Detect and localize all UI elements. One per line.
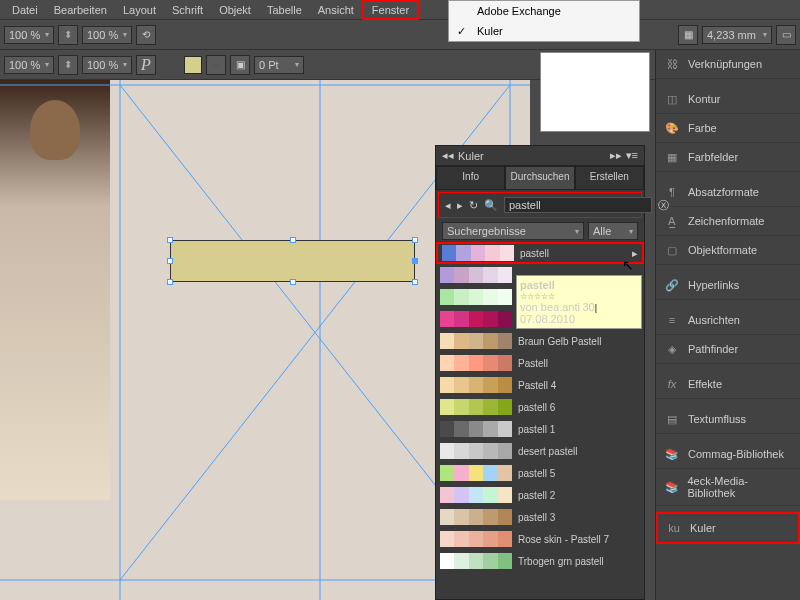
panel-ausrichten[interactable]: ≡Ausrichten [656,306,800,335]
kuler-theme-row[interactable]: desert pastell [436,440,644,462]
kuler-tooltip: pastell ☆☆☆☆☆ von bea.anti 30| 07.08.201… [516,275,642,329]
kuler-theme-row[interactable]: pastell 6 [436,396,644,418]
theme-name: Trbogen grn pastell [518,556,604,567]
theme-swatches [440,377,512,393]
clear-icon[interactable]: ⓧ [658,198,669,213]
link-icon[interactable]: ⬍ [58,55,78,75]
theme-swatches [440,553,512,569]
rating-stars: ☆☆☆☆☆ [520,292,555,301]
search-icon: 🔍 [484,199,498,212]
menu-icon[interactable]: ▾≡ [626,149,638,162]
link-icon[interactable]: ⬍ [58,25,78,45]
zoom-x2[interactable]: 100 % [4,56,54,74]
zoom-x[interactable]: 100 % [4,26,54,44]
panel-eckmediabibliothek[interactable]: 📚4eck-Media-Bibliothek [656,469,800,506]
menu-layout[interactable]: Layout [115,2,164,18]
dropdown-item[interactable]: Kuler [449,21,639,41]
filter-all[interactable]: Alle [588,222,638,240]
panel-effekte[interactable]: fxEffekte [656,370,800,399]
menu-ansicht[interactable]: Ansicht [310,2,362,18]
dropdown-item[interactable]: Adobe Exchange [449,1,639,21]
selected-frame[interactable] [170,240,415,282]
search-input[interactable] [504,197,652,213]
tab-info[interactable]: Info [436,166,505,190]
refresh-icon[interactable]: ↻ [469,199,478,212]
kuler-theme-row[interactable]: pastell 2 [436,484,644,506]
theme-swatches [440,443,512,459]
menu-bearbeiten[interactable]: Bearbeiten [46,2,115,18]
tool-icon[interactable]: ▭ [776,25,796,45]
zoom-y[interactable]: 100 % [82,26,132,44]
pt-field[interactable]: 0 Pt [254,56,304,74]
theme-name: desert pastell [518,446,577,457]
fill-swatch[interactable] [184,56,202,74]
panel-farbfelder[interactable]: ▦Farbfelder [656,143,800,172]
theme-swatches [440,267,512,283]
align-icon: ≡ [664,312,680,328]
prev-icon[interactable]: ◂ [445,199,451,212]
panel-pathfinder[interactable]: ◈Pathfinder [656,335,800,364]
theme-name: Rose skin - Pastell 7 [518,534,609,545]
theme-name: Pastell [518,358,548,369]
menubar: DateiBearbeitenLayoutSchriftObjektTabell… [0,0,800,20]
grid-icon[interactable]: ▦ [678,25,698,45]
kuler-theme-row[interactable]: pastell 1 [436,418,644,440]
menu-tabelle[interactable]: Tabelle [259,2,310,18]
theme-name: pastell 1 [518,424,555,435]
panel-textumfluss[interactable]: ▤Textumfluss [656,405,800,434]
panel-kontur[interactable]: ◫Kontur [656,85,800,114]
hyper-icon: 🔗 [664,277,680,293]
theme-menu-icon[interactable]: ▸ [632,247,638,260]
menu-objekt[interactable]: Objekt [211,2,259,18]
kuler-theme-row[interactable]: Pastell 4 [436,374,644,396]
kuler-theme-row[interactable]: pastell 3 [436,506,644,528]
lib-icon: 📚 [664,446,680,462]
kuler-theme-row[interactable]: Rose skin - Pastell 7 [436,528,644,550]
theme-swatches [442,245,514,261]
no-fill-icon[interactable]: ⟋ [206,55,226,75]
panel-label: Farbfelder [688,151,738,163]
zoom-y2[interactable]: 100 % [82,56,132,74]
tab-create[interactable]: Erstellen [575,166,644,190]
theme-name: pastell [520,248,549,259]
panel-absatzformate[interactable]: ¶Absatzformate [656,178,800,207]
panel-label: Objektformate [688,244,757,256]
palette-icon: 🎨 [664,120,680,136]
panel-commagbibliothek[interactable]: 📚Commag-Bibliothek [656,440,800,469]
collapse-icon[interactable]: ◂◂ [442,149,454,162]
panel-objektformate[interactable]: ▢Objektformate [656,236,800,265]
kuler-theme-row[interactable]: Pastell [436,352,644,374]
theme-name: pastell 5 [518,468,555,479]
panel-label: Effekte [688,378,722,390]
stroke-width[interactable]: 4,233 mm [702,26,772,44]
kuler-theme-row[interactable]: pastell 5 [436,462,644,484]
preview-thumbnail [540,52,650,132]
outline-icon: ◫ [664,91,680,107]
panel-label: Farbe [688,122,717,134]
panel-label: Textumfluss [688,413,746,425]
panel-zeichenformate[interactable]: A̲Zeichenformate [656,207,800,236]
expand-icon[interactable]: ▸▸ [610,149,622,162]
kuler-theme-row[interactable]: Trbogen grn pastell [436,550,644,572]
next-icon[interactable]: ▸ [457,199,463,212]
panel-farbe[interactable]: 🎨Farbe [656,114,800,143]
panel-verknpfungen[interactable]: ⛓Verknüpfungen [656,50,800,79]
filter-results[interactable]: Suchergebnisse [442,222,584,240]
theme-swatches [440,399,512,415]
kuler-theme-row[interactable]: Braun Gelb Pastell [436,330,644,352]
menu-schrift[interactable]: Schrift [164,2,211,18]
tab-browse[interactable]: Durchsuchen [505,166,574,190]
fx-icon: fx [664,376,680,392]
panel-hyperlinks[interactable]: 🔗Hyperlinks [656,271,800,300]
panel-kuler[interactable]: kuKuler [656,512,800,544]
fx-icon[interactable]: ▣ [230,55,250,75]
rotate-icon[interactable]: ⟲ [136,25,156,45]
theme-swatches [440,509,512,525]
theme-swatches [440,311,512,327]
theme-name: Braun Gelb Pastell [518,336,601,347]
kuler-theme-row[interactable]: pastell▸ [436,242,644,264]
menu-fenster[interactable]: Fenster [362,0,419,20]
menu-datei[interactable]: Datei [4,2,46,18]
type-icon[interactable]: P [136,55,156,75]
kuler-header[interactable]: ◂◂ Kuler ▸▸ ▾≡ [436,146,644,166]
